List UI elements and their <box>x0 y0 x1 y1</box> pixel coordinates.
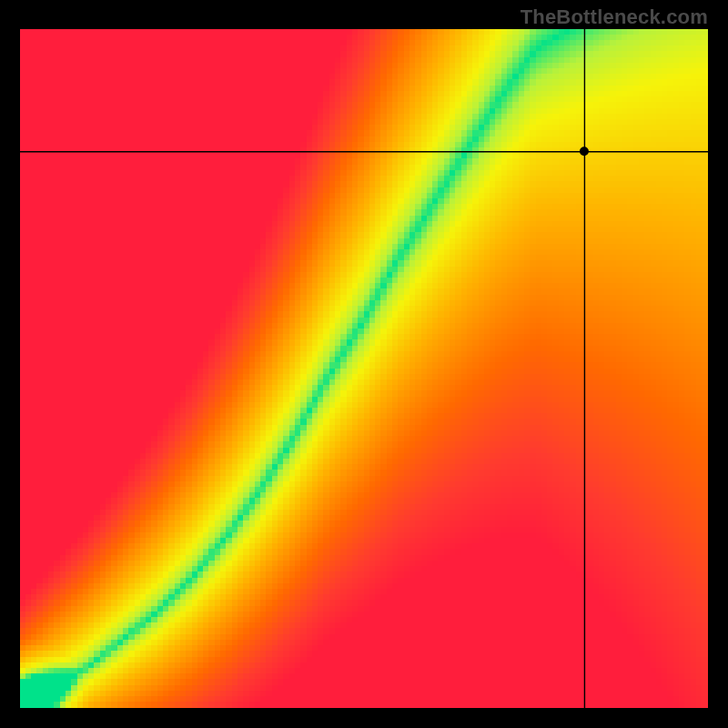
plot-area <box>20 29 708 708</box>
watermark-text: TheBottleneck.com <box>521 5 708 29</box>
heatmap-canvas <box>20 29 708 708</box>
chart-frame: TheBottleneck.com <box>0 0 728 728</box>
